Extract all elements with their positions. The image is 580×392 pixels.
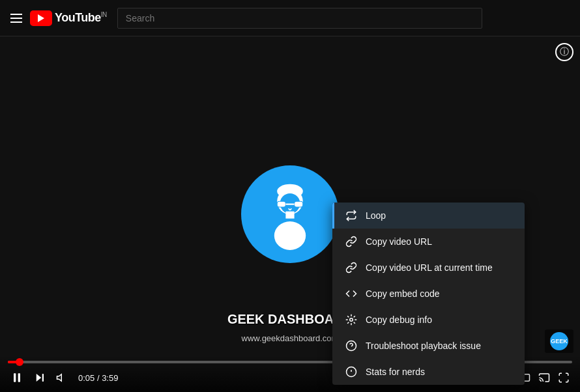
loop-label: Loop xyxy=(366,210,514,221)
youtube-logo-icon xyxy=(30,10,52,26)
youtube-logo-text: YouTubeIN xyxy=(55,11,107,25)
context-menu: Loop Copy video URL xyxy=(332,203,525,385)
progress-fill xyxy=(8,361,20,363)
cast-button[interactable] xyxy=(536,369,553,386)
svg-point-8 xyxy=(350,318,353,322)
info-icon[interactable]: ⓘ xyxy=(555,43,573,61)
main-content: ⓘ xyxy=(0,36,580,392)
link-time-icon xyxy=(345,261,358,274)
context-menu-item-copy-embed[interactable]: Copy embed code xyxy=(332,281,525,307)
watermark-logo: GEEK xyxy=(550,332,568,350)
watermark: GEEK xyxy=(545,329,573,353)
stats-icon xyxy=(345,365,358,378)
time-display: 0:05 / 3:59 xyxy=(78,373,118,383)
troubleshoot-label: Troubleshoot playback issue xyxy=(366,341,514,351)
context-menu-item-copy-url[interactable]: Copy video URL xyxy=(332,229,525,255)
channel-avatar-svg xyxy=(254,178,326,250)
copy-url-time-label: Copy video URL at current time xyxy=(366,262,514,273)
loop-icon xyxy=(345,209,358,222)
svg-point-6 xyxy=(274,221,306,250)
menu-button[interactable] xyxy=(10,14,22,23)
channel-url: www.geekdashboard.com xyxy=(242,333,339,343)
country-badge: IN xyxy=(101,11,107,18)
svg-marker-16 xyxy=(36,374,42,382)
svg-rect-15 xyxy=(18,373,20,382)
link-icon xyxy=(345,235,358,248)
svg-rect-17 xyxy=(42,374,44,382)
channel-logo xyxy=(241,165,339,263)
svg-marker-18 xyxy=(57,374,62,382)
header: YouTubeIN xyxy=(0,0,580,36)
fullscreen-button[interactable] xyxy=(555,369,572,386)
help-icon xyxy=(345,339,358,352)
volume-button[interactable] xyxy=(53,369,70,386)
header-left: YouTubeIN xyxy=(10,10,107,26)
youtube-logo[interactable]: YouTubeIN xyxy=(30,10,107,26)
copy-url-label: Copy video URL xyxy=(366,236,514,247)
search-input[interactable] xyxy=(126,13,474,23)
copy-debug-label: Copy debug info xyxy=(366,315,514,325)
svg-rect-7 xyxy=(285,212,294,219)
embed-icon xyxy=(345,287,358,300)
play-pause-button[interactable] xyxy=(8,369,26,387)
context-menu-item-loop[interactable]: Loop xyxy=(332,203,525,229)
copy-embed-label: Copy embed code xyxy=(366,288,514,299)
video-container: ⓘ xyxy=(0,36,580,392)
context-menu-item-stats[interactable]: Stats for nerds xyxy=(332,359,525,385)
next-button[interactable] xyxy=(31,369,48,386)
context-menu-item-copy-url-time[interactable]: Copy video URL at current time xyxy=(332,255,525,281)
video-thumbnail: ⓘ xyxy=(0,36,580,392)
context-menu-item-troubleshoot[interactable]: Troubleshoot playback issue xyxy=(332,333,525,359)
svg-rect-14 xyxy=(14,373,16,382)
search-bar[interactable] xyxy=(117,8,482,29)
svg-rect-3 xyxy=(277,201,285,207)
context-menu-item-copy-debug[interactable]: Copy debug info xyxy=(332,307,525,333)
stats-label: Stats for nerds xyxy=(366,367,514,377)
debug-icon xyxy=(345,313,358,326)
svg-rect-4 xyxy=(295,201,303,207)
